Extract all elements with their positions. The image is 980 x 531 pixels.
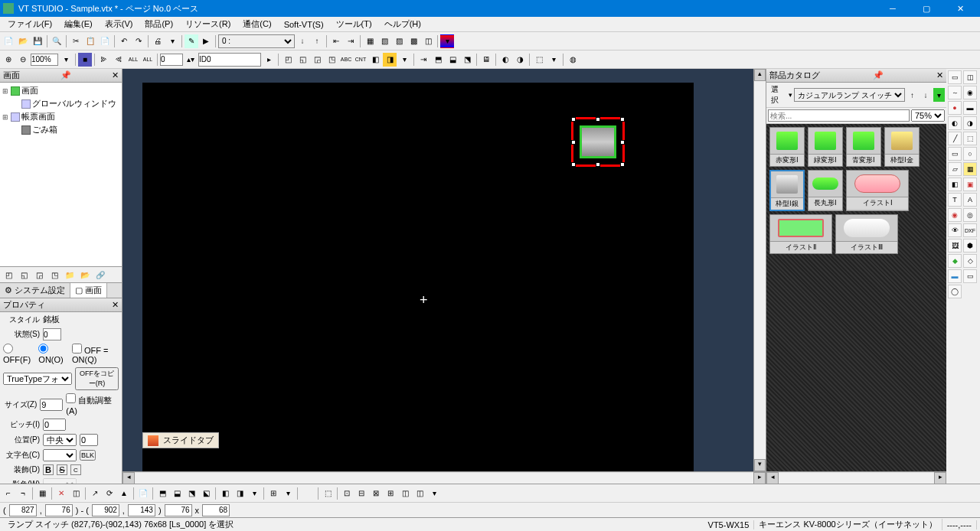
hscroll-right[interactable]: ▸ xyxy=(753,472,766,484)
catalog-up-button[interactable]: ↑ xyxy=(906,88,918,102)
strip-a2-button[interactable]: ◫ xyxy=(963,70,977,84)
color-button[interactable]: ▾ xyxy=(440,34,454,48)
strip-e2-button[interactable]: ⬚ xyxy=(963,132,977,145)
tool-b-button[interactable]: ▧ xyxy=(377,34,391,48)
tb2-d-button[interactable]: ◳ xyxy=(325,53,338,67)
page-selector[interactable]: 0 : xyxy=(218,34,295,48)
resize-handle-w[interactable] xyxy=(571,140,576,145)
coord-y1-input[interactable] xyxy=(45,504,73,516)
catalog-item-blue[interactable]: 青変形Ⅰ xyxy=(846,127,881,167)
strike-button[interactable]: S xyxy=(57,464,67,475)
hscroll-track[interactable] xyxy=(135,473,753,484)
strip-o1-button[interactable]: ◯ xyxy=(948,285,962,298)
zoom-drop-button[interactable]: ▾ xyxy=(59,53,73,67)
strip-line-button[interactable]: ╱ xyxy=(948,132,962,145)
print-button[interactable]: 🖨 xyxy=(151,34,165,48)
spin-up-button[interactable]: ▴▾ xyxy=(184,53,198,67)
mid-b-button[interactable]: ◱ xyxy=(17,268,31,282)
off-eq-on-check[interactable]: OFF = ON(Q) xyxy=(72,344,119,364)
catalog-item-illust2[interactable]: イラストⅡ xyxy=(769,214,832,254)
menu-view[interactable]: 表示(V) xyxy=(99,17,139,31)
tool-a-button[interactable]: ▦ xyxy=(363,34,377,48)
zoom-out-button[interactable]: ⊖ xyxy=(16,53,30,67)
mid-g-button[interactable]: 🔗 xyxy=(93,268,107,282)
strip-g1-button[interactable]: ▱ xyxy=(948,162,962,176)
tree-item-trash[interactable]: ごみ箱 xyxy=(2,123,120,136)
tb2-i-button[interactable]: ⇥ xyxy=(416,53,430,67)
num-input[interactable] xyxy=(160,54,183,66)
on-radio[interactable]: ON(O) xyxy=(38,344,66,364)
clear-button[interactable]: C xyxy=(70,464,81,475)
cat-hscroll-left[interactable]: ◂ xyxy=(766,472,779,484)
bt-drop3-button[interactable]: ▾ xyxy=(427,487,441,500)
canvas-scroll[interactable]: + スライドタブ xyxy=(122,69,753,471)
tab-system[interactable]: ⚙ システム設定 xyxy=(0,283,70,298)
tb2-b-button[interactable]: ◱ xyxy=(296,53,309,67)
align-right-button[interactable]: ⫷ xyxy=(112,53,126,67)
strip-circle-button[interactable]: ○ xyxy=(963,147,977,161)
mid-f-button[interactable]: 📂 xyxy=(78,268,92,282)
catalog-down-button[interactable]: ↓ xyxy=(920,88,931,102)
tb2-n-button[interactable]: ◐ xyxy=(498,53,512,67)
tb2-l-button[interactable]: ⬔ xyxy=(460,53,474,67)
page-up-button[interactable]: ↑ xyxy=(310,34,324,48)
bt-k-button[interactable]: ⬓ xyxy=(170,487,184,500)
tb2-g-button[interactable]: ◧ xyxy=(368,53,382,67)
tb2-drop2-button[interactable]: ▾ xyxy=(547,53,560,67)
tb2-h-button[interactable]: ◨ xyxy=(383,53,397,67)
resize-handle-s[interactable] xyxy=(596,162,600,167)
blk-button[interactable]: BLK xyxy=(80,450,96,461)
strip-b1-button[interactable]: ～ xyxy=(948,86,962,99)
coord-y2-input[interactable] xyxy=(128,504,155,516)
bold-button[interactable]: B xyxy=(43,464,54,475)
strip-d1-button[interactable]: ◐ xyxy=(948,116,962,130)
strip-l2-button[interactable]: ⬢ xyxy=(963,239,977,252)
canvas-vertical-scrollbar[interactable]: ▴ ▾ xyxy=(753,69,766,471)
pos-offset-input[interactable] xyxy=(80,434,98,446)
bt-f-button[interactable]: ↗ xyxy=(88,487,102,500)
strip-select-button[interactable]: ▭ xyxy=(948,70,962,84)
bt-a-button[interactable]: ⌐ xyxy=(2,487,15,500)
catalog-color-button[interactable]: ▾ xyxy=(933,88,945,102)
screen-panel-pin-button[interactable]: 📌 xyxy=(60,70,71,80)
coord-x1-input[interactable] xyxy=(9,504,37,516)
bt-n-button[interactable]: ◧ xyxy=(218,487,232,500)
catalog-close-button[interactable]: ✕ xyxy=(936,70,943,80)
tb2-m-button[interactable]: 🖥 xyxy=(479,53,493,67)
tb2-a-button[interactable]: ◰ xyxy=(281,53,295,67)
strip-j1-button[interactable]: ◉ xyxy=(948,208,962,222)
bt-drop2-button[interactable]: ▾ xyxy=(281,487,295,500)
expand-icon[interactable]: ⊞ xyxy=(2,113,9,121)
strip-c2-button[interactable]: ▬ xyxy=(963,101,977,115)
strip-b2-button[interactable]: ◉ xyxy=(963,86,977,99)
maximize-button[interactable]: ▢ xyxy=(910,0,943,17)
cat-hscroll-right[interactable]: ▸ xyxy=(934,472,946,484)
undo-button[interactable]: ↶ xyxy=(117,34,131,48)
bt-b-button[interactable]: ¬ xyxy=(16,487,30,500)
strip-m2-button[interactable]: ◇ xyxy=(963,254,977,268)
tree-item-screen[interactable]: ⊞ 画面 xyxy=(2,84,120,97)
close-button[interactable]: ✕ xyxy=(943,0,977,17)
print-preview-button[interactable]: 🔍 xyxy=(50,34,64,48)
bt-r-button[interactable]: ⊡ xyxy=(340,487,354,500)
redo-button[interactable]: ↷ xyxy=(132,34,145,48)
tool-d-button[interactable]: ▩ xyxy=(407,34,420,48)
strip-rect-button[interactable]: ▭ xyxy=(948,147,962,161)
fill-button[interactable]: ■ xyxy=(78,53,92,67)
tree-item-global-window[interactable]: グローバルウィンドウ xyxy=(2,97,120,110)
selected-lamp-switch-part[interactable] xyxy=(571,117,625,167)
shadow-select[interactable] xyxy=(43,478,77,484)
mid-e-button[interactable]: 📁 xyxy=(63,268,77,282)
resize-handle-se[interactable] xyxy=(620,162,625,167)
bt-h-button[interactable]: ▲ xyxy=(117,487,131,500)
catalog-search-input[interactable] xyxy=(768,109,910,122)
strip-d2-button[interactable]: ◑ xyxy=(963,116,977,130)
menu-file[interactable]: ファイル(F) xyxy=(2,17,58,31)
page-down-button[interactable]: ↓ xyxy=(296,34,309,48)
paste-button[interactable]: 📄 xyxy=(98,34,112,48)
font-select[interactable]: TrueTypeフォント xyxy=(3,373,72,385)
bt-m-button[interactable]: ⬕ xyxy=(199,487,213,500)
new-button[interactable]: 📄 xyxy=(2,34,15,48)
menu-comm[interactable]: 通信(C) xyxy=(237,17,277,31)
id-input[interactable] xyxy=(198,53,261,67)
